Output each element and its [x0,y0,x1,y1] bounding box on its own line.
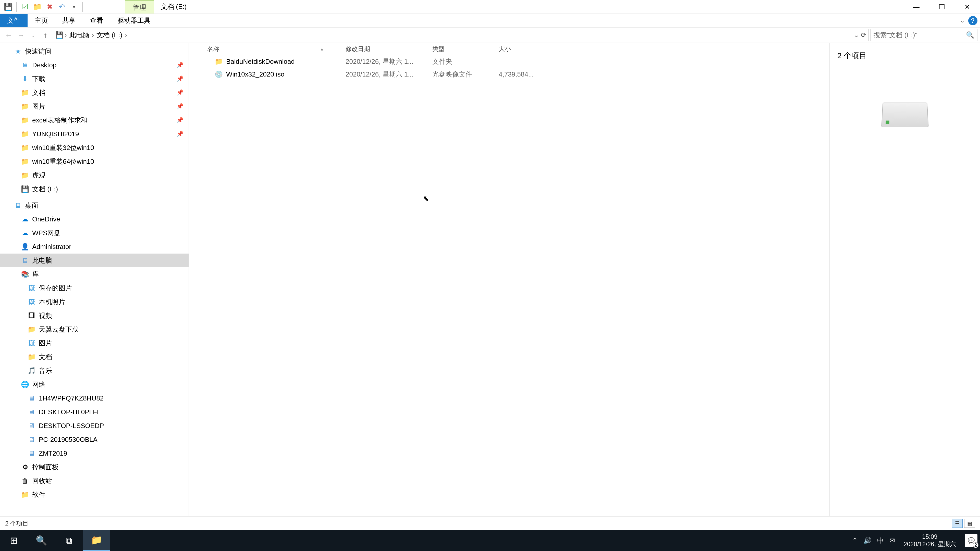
breadcrumb-pc[interactable]: 此电脑 [68,30,91,40]
recent-dropdown-icon[interactable]: ⌄ [27,29,39,41]
tree-videos[interactable]: 🎞视频 [0,309,189,322]
column-date[interactable]: 修改日期 [342,45,429,53]
close-button[interactable]: ✕ [955,0,980,14]
column-name[interactable]: 名称▴ [189,45,342,53]
file-name: BaiduNetdiskDownload [226,58,295,65]
chevron-right-icon[interactable]: › [91,31,95,39]
tab-home[interactable]: 主页 [27,14,55,27]
tree-huguan[interactable]: 📁虎观 [0,168,189,182]
ime-indicator[interactable]: 中 [877,536,884,545]
refresh-icon[interactable]: ⟳ [861,31,866,39]
undo-icon[interactable]: ↶ [56,2,67,12]
tree-downloads[interactable]: ⬇下载📌 [0,72,189,86]
tree-software[interactable]: 📁软件 [0,488,189,502]
new-folder-icon[interactable]: 📁 [32,2,43,12]
tree-documents[interactable]: 📁文档📌 [0,86,189,100]
tree-pics2[interactable]: 🖼图片 [0,336,189,350]
context-tab-manage[interactable]: 管理 [125,0,154,14]
tree-tianyi[interactable]: 📁天翼云盘下载 [0,322,189,336]
tab-file[interactable]: 文件 [0,14,27,27]
breadcrumb-drive[interactable]: 文档 (E:) [95,30,124,40]
tree-pc3[interactable]: 🖥DESKTOP-LSSOEDP [0,419,189,433]
address-dropdown-icon[interactable]: ⌄ [854,31,859,39]
chevron-right-icon[interactable]: › [124,31,128,39]
tree-pictures[interactable]: 📁图片📌 [0,100,189,113]
help-icon[interactable]: ? [968,16,977,25]
file-date: 2020/12/26, 星期六 1... [342,57,429,66]
tree-recycle[interactable]: 🗑回收站 [0,474,189,488]
separator [82,2,83,12]
folder-icon: 📁 [21,89,29,97]
tab-drive-tools[interactable]: 驱动器工具 [110,14,158,27]
action-center-button[interactable]: 💬2 [965,534,977,547]
forward-button[interactable]: → [15,29,27,41]
details-view-button[interactable]: ☰ [952,519,963,528]
mail-icon[interactable]: ✉ [889,537,895,545]
tray-overflow-icon[interactable]: ⌃ [852,537,858,545]
file-row[interactable]: 📁BaiduNetdiskDownload 2020/12/26, 星期六 1.… [189,55,829,68]
properties-icon[interactable]: ☑ [19,2,30,12]
minimize-button[interactable]: — [904,0,929,14]
tree-docs2[interactable]: 📁文档 [0,350,189,364]
tab-view[interactable]: 查看 [83,14,110,27]
tree-desktop[interactable]: 🖥Desktop📌 [0,58,189,72]
tree-network[interactable]: 🌐网络 [0,378,189,391]
tree-admin[interactable]: 👤Administrator [0,240,189,254]
tree-label: 本机照片 [39,297,65,306]
search-button[interactable]: 🔍 [27,530,55,551]
tree-excel[interactable]: 📁excel表格制作求和📌 [0,113,189,127]
tree-label: 文档 [39,353,52,362]
explorer-taskbar-button[interactable]: 📁 [83,530,110,551]
column-size[interactable]: 大小 [495,45,551,53]
maximize-button[interactable]: ❐ [929,0,955,14]
start-button[interactable]: ⊞ [0,530,27,551]
clock[interactable]: 15:09 2020/12/26, 星期六 [900,533,959,548]
tree-yunqi[interactable]: 📁YUNQISHI2019📌 [0,127,189,141]
network-icon: 🌐 [21,380,29,389]
separator [16,2,17,12]
tab-share[interactable]: 共享 [55,14,83,27]
file-row[interactable]: 💿Win10x32_2020.iso 2020/12/26, 星期六 1... … [189,68,829,81]
drive-icon[interactable]: 💾 [3,2,14,12]
file-rows[interactable]: 📁BaiduNetdiskDownload 2020/12/26, 星期六 1.… [189,55,829,516]
view-toggles: ☰ ▦ [952,519,975,528]
tree-libraries[interactable]: 📚库 [0,267,189,281]
tree-pc2[interactable]: 🖥DESKTOP-HL0PLFL [0,405,189,419]
task-view-button[interactable]: ⧉ [55,530,83,551]
tree-pc1[interactable]: 🖥1H4WPFQ7KZ8HU82 [0,391,189,405]
tree-wps[interactable]: ☁WPS网盘 [0,226,189,240]
tree-music[interactable]: 🎵音乐 [0,364,189,378]
tree-desktop-root[interactable]: 🖥桌面 [0,198,189,212]
tree-this-pc[interactable]: 🖥此电脑 [0,254,189,267]
pin-icon: 📌 [177,76,183,82]
tree-label: 此电脑 [32,256,52,265]
search-input[interactable]: 搜索"文档 (E:)" 🔍 [870,29,977,41]
tree-pc4[interactable]: 🖥PC-20190530OBLA [0,433,189,446]
chevron-right-icon[interactable]: › [64,31,68,39]
tree-label: YUNQISHI2019 [32,130,79,138]
ribbon-expand-icon[interactable]: ⌄ [960,17,965,24]
column-headers: 名称▴ 修改日期 类型 大小 [189,43,829,55]
thumbnail-view-button[interactable]: ▦ [964,519,975,528]
tree-control-panel[interactable]: ⚙控制面板 [0,460,189,474]
tree-quick-access[interactable]: ★快速访问 [0,44,189,58]
navigation-tree[interactable]: ★快速访问 🖥Desktop📌 ⬇下载📌 📁文档📌 📁图片📌 📁excel表格制… [0,43,189,516]
tree-local-photos[interactable]: 🖼本机照片 [0,295,189,309]
tree-onedrive[interactable]: ☁OneDrive [0,212,189,226]
delete-icon[interactable]: ✖ [44,2,55,12]
volume-icon[interactable]: 🔊 [863,537,872,545]
qat-dropdown-icon[interactable]: ▾ [68,2,80,12]
tree-drive-e[interactable]: 💾文档 (E:) [0,182,189,196]
tree-label: 1H4WPFQ7KZ8HU82 [39,394,103,402]
breadcrumb[interactable]: 💾 › 此电脑 › 文档 (E:) › ⌄ ⟳ [53,29,869,41]
tree-win64[interactable]: 📁win10重装64位win10 [0,155,189,168]
search-icon[interactable]: 🔍 [966,31,974,39]
tree-label: excel表格制作求和 [32,116,88,125]
tree-pc5[interactable]: 🖥ZMT2019 [0,446,189,460]
up-button[interactable]: ↑ [39,29,52,41]
column-label: 名称 [207,45,220,53]
tree-win32[interactable]: 📁win10重装32位win10 [0,141,189,155]
column-type[interactable]: 类型 [429,45,495,53]
back-button[interactable]: ← [3,29,15,41]
tree-saved-pics[interactable]: 🖼保存的图片 [0,281,189,295]
